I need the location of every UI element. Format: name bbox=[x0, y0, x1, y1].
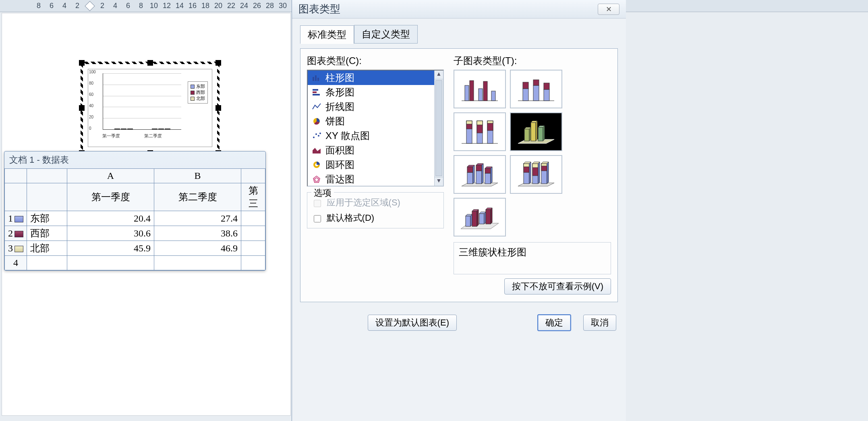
chart-type-item-3[interactable]: 饼图 bbox=[308, 114, 434, 129]
resize-handle[interactable] bbox=[79, 105, 85, 111]
subtype-option-0[interactable] bbox=[454, 70, 506, 108]
options-legend: 选项 bbox=[311, 187, 334, 199]
tab-custom-types[interactable]: 自定义类型 bbox=[354, 25, 418, 44]
default-format-checkbox[interactable] bbox=[314, 215, 321, 222]
data-cell[interactable]: 45.9 bbox=[67, 241, 154, 256]
svg-marker-48 bbox=[543, 126, 545, 141]
row-label-cell[interactable]: 东部 bbox=[27, 211, 67, 226]
data-cell[interactable]: 20.4 bbox=[67, 211, 154, 226]
chart-bar bbox=[152, 129, 157, 129]
svg-marker-72 bbox=[538, 162, 540, 184]
press-hold-sample-button[interactable]: 按下不放可查看示例(V) bbox=[504, 278, 611, 294]
scroll-thumb[interactable] bbox=[435, 80, 442, 176]
row-number[interactable]: 4 bbox=[5, 256, 27, 270]
data-cell[interactable] bbox=[154, 256, 241, 270]
svg-marker-11 bbox=[313, 148, 321, 153]
row-number[interactable]: 3 bbox=[5, 241, 27, 256]
chart-type-item-0[interactable]: 柱形图 bbox=[308, 71, 434, 85]
listbox-scrollbar[interactable]: ▲ ▼ bbox=[434, 71, 443, 186]
ok-button[interactable]: 确定 bbox=[537, 314, 571, 331]
legend-item: 东部 bbox=[196, 83, 205, 89]
svg-marker-67 bbox=[529, 162, 531, 184]
svg-rect-88 bbox=[486, 209, 491, 224]
resize-handle[interactable] bbox=[147, 60, 153, 66]
svg-rect-20 bbox=[483, 81, 487, 101]
row-number[interactable]: 1 bbox=[5, 211, 27, 226]
subtype-option-4[interactable] bbox=[454, 155, 506, 194]
subtype-option-6[interactable] bbox=[454, 198, 506, 236]
cancel-button[interactable]: 取消 bbox=[583, 315, 616, 331]
embedded-chart-object[interactable]: 100 80 60 40 20 0 东部 西部 北部 第一季度 bbox=[81, 62, 220, 154]
col-header[interactable]: 第一季度 bbox=[67, 183, 154, 211]
svg-rect-38 bbox=[487, 121, 493, 123]
chart-type-item-4[interactable]: XY 散点图 bbox=[308, 129, 434, 143]
col-header[interactable]: 第三 bbox=[241, 183, 265, 211]
svg-point-7 bbox=[313, 137, 315, 138]
dialog-tabstrip: 标准类型 自定义类型 bbox=[300, 25, 618, 44]
subtype-option-5[interactable] bbox=[510, 155, 562, 194]
svg-rect-50 bbox=[467, 172, 473, 184]
ruler-tick: 22 bbox=[225, 2, 238, 10]
chart-type-item-1[interactable]: 条形图 bbox=[308, 85, 434, 100]
svg-rect-82 bbox=[472, 211, 477, 226]
chart-type-icon bbox=[312, 88, 321, 96]
data-cell[interactable]: 27.4 bbox=[154, 211, 241, 226]
ruler-tick: 18 bbox=[199, 2, 212, 10]
row-label-cell[interactable]: 北部 bbox=[27, 241, 67, 256]
resize-handle[interactable] bbox=[215, 60, 221, 66]
chart-bar bbox=[121, 129, 126, 129]
data-cell[interactable] bbox=[67, 256, 154, 270]
data-cell[interactable]: 30.6 bbox=[67, 226, 154, 241]
chart-type-icon bbox=[312, 103, 321, 111]
chart-legend[interactable]: 东部 西部 北部 bbox=[188, 81, 208, 104]
ruler-tick: 8 bbox=[32, 2, 45, 10]
col-header[interactable]: 第二季度 bbox=[154, 183, 241, 211]
subtype-option-3[interactable] bbox=[510, 112, 562, 151]
row-number[interactable]: 2 bbox=[5, 226, 27, 241]
row-label-cell[interactable] bbox=[27, 256, 67, 270]
svg-marker-61 bbox=[491, 167, 492, 184]
data-cell[interactable] bbox=[241, 256, 265, 270]
ruler-indent-marker[interactable] bbox=[85, 1, 95, 11]
svg-rect-40 bbox=[524, 129, 529, 141]
chart-bar bbox=[158, 129, 164, 129]
dialog-titlebar[interactable]: 图表类型 ✕ bbox=[292, 0, 626, 19]
svg-rect-75 bbox=[541, 164, 547, 166]
svg-rect-21 bbox=[491, 91, 495, 101]
svg-marker-77 bbox=[547, 162, 549, 184]
svg-rect-85 bbox=[479, 214, 484, 224]
chart-type-item-7[interactable]: 雷达图 bbox=[308, 172, 434, 186]
resize-handle[interactable] bbox=[215, 105, 221, 111]
svg-marker-15 bbox=[315, 178, 319, 181]
close-icon: ✕ bbox=[606, 5, 612, 14]
chart-bar bbox=[127, 129, 133, 129]
subtype-option-2[interactable] bbox=[454, 112, 506, 151]
chart-type-item-6[interactable]: 圆环图 bbox=[308, 158, 434, 172]
subtype-option-1[interactable] bbox=[510, 70, 562, 108]
svg-marker-45 bbox=[536, 121, 537, 141]
data-cell[interactable] bbox=[241, 211, 265, 226]
svg-rect-28 bbox=[544, 83, 549, 89]
svg-rect-51 bbox=[467, 167, 473, 172]
scroll-down-icon[interactable]: ▼ bbox=[435, 177, 443, 186]
data-cell[interactable]: 46.9 bbox=[154, 241, 241, 256]
chart-type-listbox[interactable]: 柱形图条形图折线图饼图XY 散点图面积图圆环图雷达图曲面图 ▲ ▼ bbox=[307, 70, 444, 187]
chart-type-item-2[interactable]: 折线图 bbox=[308, 100, 434, 114]
svg-marker-57 bbox=[482, 164, 483, 184]
chart-type-item-5[interactable]: 面积图 bbox=[308, 143, 434, 158]
data-cell[interactable] bbox=[241, 226, 265, 241]
scroll-up-icon[interactable]: ▲ bbox=[435, 71, 443, 79]
datasheet-table[interactable]: A B 第一季度 第二季度 第三 1 东部 20.4 27.4 2 西部 30.… bbox=[4, 168, 265, 270]
svg-rect-54 bbox=[476, 171, 482, 184]
col-letter[interactable]: B bbox=[154, 169, 241, 183]
row-label-cell[interactable]: 西部 bbox=[27, 226, 67, 241]
tab-standard-types[interactable]: 标准类型 bbox=[300, 25, 354, 44]
col-letter[interactable]: A bbox=[67, 169, 154, 183]
datasheet-window[interactable]: 文档 1 - 数据表 A B 第一季度 第二季度 第三 1 东部 20.4 27… bbox=[4, 151, 266, 271]
data-cell[interactable] bbox=[241, 241, 265, 256]
chart-plot-area[interactable]: 100 80 60 40 20 0 东部 西部 北部 第一季度 bbox=[88, 69, 212, 147]
dialog-close-button[interactable]: ✕ bbox=[598, 4, 619, 15]
set-default-chart-button[interactable]: 设置为默认图表(E) bbox=[368, 315, 457, 331]
data-cell[interactable]: 38.6 bbox=[154, 226, 241, 241]
resize-handle[interactable] bbox=[79, 60, 85, 66]
